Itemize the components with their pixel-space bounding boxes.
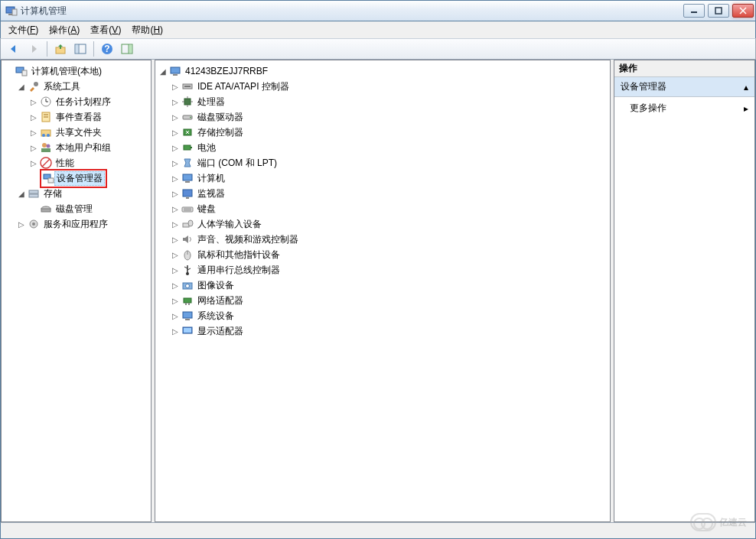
- expand-icon[interactable]: ▷: [29, 143, 38, 152]
- expand-icon[interactable]: ▷: [171, 82, 180, 91]
- device-ports[interactable]: ▷端口 (COM 和 LPT): [169, 155, 608, 170]
- menubar: 文件(F) 操作(A) 查看(V) 帮助(H): [0, 21, 756, 38]
- tree-task-scheduler[interactable]: ▷任务计划程序: [28, 94, 149, 109]
- device-mouse[interactable]: ▷鼠标和其他指针设备: [169, 247, 608, 262]
- expand-icon[interactable]: ▷: [171, 204, 180, 213]
- shared-folder-icon: [40, 126, 52, 138]
- expand-icon[interactable]: ▷: [171, 143, 180, 152]
- expand-icon[interactable]: ▷: [171, 311, 180, 320]
- tree-device-manager[interactable]: 设备管理器: [28, 170, 149, 186]
- svg-point-67: [186, 272, 189, 275]
- expand-icon[interactable]: ▷: [171, 235, 180, 244]
- expand-icon[interactable]: ▷: [171, 250, 180, 259]
- svg-rect-2: [12, 9, 17, 15]
- actions-pane: 操作 设备管理器 ▴ 更多操作 ▸: [614, 60, 755, 522]
- expand-icon[interactable]: ▷: [29, 158, 38, 167]
- svg-text:?: ?: [104, 44, 109, 54]
- device-manager-icon: [42, 172, 54, 184]
- window-controls: [683, 4, 754, 18]
- computer-icon: [181, 172, 194, 184]
- svg-rect-15: [129, 45, 132, 53]
- tree-services-apps[interactable]: ▷服务和应用程序: [15, 216, 149, 232]
- expand-icon[interactable]: ▷: [17, 219, 26, 229]
- tree-shared-folders[interactable]: ▷共享文件夹: [28, 125, 149, 140]
- svg-rect-54: [191, 147, 192, 148]
- device-monitor[interactable]: ▷监视器: [169, 186, 608, 201]
- tree-local-users[interactable]: ▷本地用户和组: [28, 140, 149, 155]
- services-icon: [28, 218, 40, 230]
- svg-rect-1: [8, 14, 12, 15]
- device-computer[interactable]: ▷计算机: [169, 170, 608, 186]
- console-tree-pane: 计算机管理(本地) ◢ 系统工具 ▷任务计划程序 ▷事件查看器 ▷共享文件夹: [1, 60, 152, 522]
- device-ide[interactable]: ▷IDE ATA/ATAPI 控制器: [169, 79, 608, 94]
- collapse-icon[interactable]: ◢: [158, 67, 168, 76]
- expand-icon[interactable]: ▷: [29, 97, 38, 106]
- action-pane-button[interactable]: [119, 41, 135, 57]
- tree-root[interactable]: 计算机管理(本地): [3, 63, 149, 79]
- device-system[interactable]: ▷系统设备: [169, 308, 608, 323]
- expand-icon[interactable]: ▷: [171, 189, 180, 198]
- statusbar: [0, 522, 756, 539]
- expand-icon[interactable]: ▷: [171, 296, 180, 305]
- up-level-button[interactable]: [52, 41, 69, 57]
- device-keyboard[interactable]: ▷键盘: [169, 201, 608, 216]
- device-root[interactable]: ◢ 41243BZEJJ7RRBF: [157, 63, 608, 79]
- svg-rect-70: [184, 298, 191, 303]
- collapse-icon[interactable]: ◢: [17, 189, 26, 198]
- device-storage-ctrl[interactable]: ▷存储控制器: [169, 125, 608, 140]
- menu-help[interactable]: 帮助(H): [127, 22, 168, 38]
- expand-icon[interactable]: ▷: [171, 219, 180, 229]
- expand-icon[interactable]: ▷: [171, 97, 180, 106]
- device-disk-drives[interactable]: ▷磁盘驱动器: [169, 109, 608, 125]
- device-imaging[interactable]: ▷图像设备: [169, 278, 608, 293]
- expand-icon[interactable]: ▷: [29, 112, 38, 122]
- device-network[interactable]: ▷网络适配器: [169, 293, 608, 308]
- device-cpu[interactable]: ▷处理器: [169, 94, 608, 109]
- svg-point-40: [32, 222, 35, 226]
- svg-rect-4: [715, 8, 722, 14]
- actions-more[interactable]: 更多操作 ▸: [614, 97, 754, 119]
- expand-icon[interactable]: ▷: [171, 128, 180, 137]
- expand-icon[interactable]: ▷: [171, 112, 180, 122]
- device-battery[interactable]: ▷电池: [169, 140, 608, 155]
- actions-section[interactable]: 设备管理器 ▴: [614, 77, 754, 97]
- maximize-button[interactable]: [708, 4, 729, 18]
- collapse-arrow-icon: ▴: [744, 82, 748, 93]
- users-icon: [40, 141, 52, 154]
- battery-icon: [181, 141, 194, 154]
- svg-point-63: [188, 220, 193, 226]
- expand-icon[interactable]: ▷: [171, 281, 180, 290]
- display-adapter-icon: [181, 325, 194, 337]
- device-sound[interactable]: ▷声音、视频和游戏控制器: [169, 232, 608, 247]
- device-display[interactable]: ▷显示适配器: [169, 323, 608, 339]
- expand-icon[interactable]: ▷: [171, 265, 180, 274]
- back-button[interactable]: [5, 41, 22, 57]
- svg-point-51: [190, 117, 191, 119]
- device-tree[interactable]: ◢ 41243BZEJJ7RRBF ▷IDE ATA/ATAPI 控制器 ▷处理…: [157, 63, 608, 339]
- menu-view[interactable]: 查看(V): [86, 22, 125, 38]
- computer-icon: [169, 65, 181, 77]
- tree-storage[interactable]: ◢ 存储: [15, 186, 149, 201]
- show-hide-tree-button[interactable]: [72, 41, 89, 57]
- minimize-button[interactable]: [683, 4, 705, 18]
- help-button[interactable]: ?: [99, 41, 116, 57]
- close-button[interactable]: [732, 4, 754, 18]
- expand-icon[interactable]: ▷: [171, 326, 180, 336]
- menu-action[interactable]: 操作(A): [44, 22, 84, 38]
- tree-system-tools[interactable]: ◢ 系统工具: [15, 79, 149, 94]
- port-icon: [181, 157, 194, 169]
- forward-button[interactable]: [25, 41, 42, 57]
- svg-rect-55: [183, 174, 192, 180]
- expand-icon[interactable]: ▷: [171, 158, 180, 167]
- device-hid[interactable]: ▷人体学输入设备: [169, 216, 608, 232]
- svg-rect-74: [185, 319, 190, 320]
- expand-icon[interactable]: ▷: [29, 128, 38, 137]
- console-tree[interactable]: 计算机管理(本地) ◢ 系统工具 ▷任务计划程序 ▷事件查看器 ▷共享文件夹: [3, 63, 149, 232]
- collapse-icon[interactable]: ◢: [17, 82, 26, 91]
- tree-disk-mgmt[interactable]: 磁盘管理: [28, 201, 149, 216]
- expand-icon[interactable]: ▷: [171, 174, 180, 183]
- menu-file[interactable]: 文件(F): [4, 22, 43, 38]
- tree-event-viewer[interactable]: ▷事件查看器: [28, 109, 149, 125]
- svg-rect-71: [185, 303, 187, 305]
- device-usb[interactable]: ▷通用串行总线控制器: [169, 262, 608, 278]
